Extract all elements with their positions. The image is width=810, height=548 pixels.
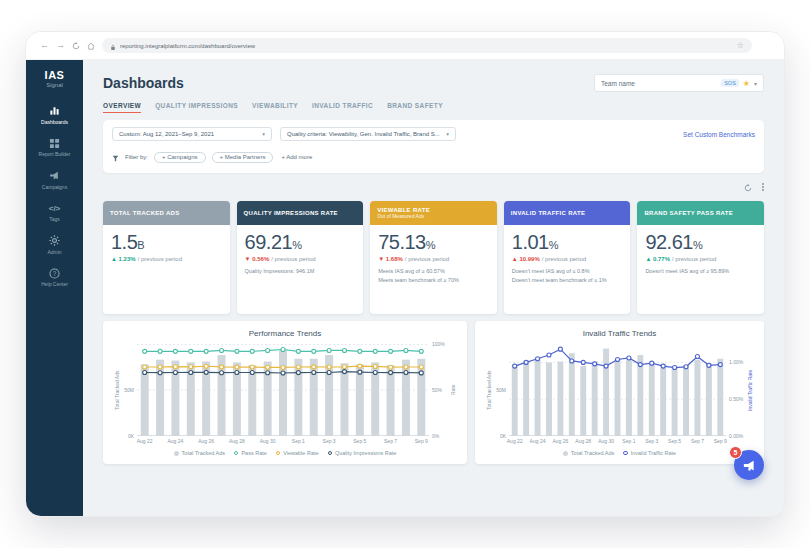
legend-label: Total Tracked Ads	[571, 450, 614, 456]
data-point	[158, 365, 162, 369]
tab-quality-impressions[interactable]: QUALITY IMPRESSIONS	[155, 102, 238, 113]
url-text: reporting.integralplatform.com/dashboard…	[120, 43, 733, 49]
data-point	[143, 365, 147, 369]
bar	[535, 359, 541, 436]
tab-brand-safety[interactable]: BRAND SAFETY	[387, 102, 443, 113]
tab-viewability[interactable]: VIEWABILITY	[252, 102, 298, 113]
left-axis-label: Total Tracked Ads	[485, 344, 493, 436]
bar	[546, 362, 552, 436]
data-point	[581, 360, 585, 364]
sidebar-item-tags[interactable]: </> Tags	[26, 203, 83, 223]
data-point	[158, 349, 162, 353]
forward-icon[interactable]: →	[56, 41, 65, 50]
data-point	[235, 365, 239, 369]
data-point	[513, 364, 517, 368]
home-icon[interactable]	[87, 42, 95, 50]
data-point	[404, 371, 408, 375]
chevron-down-icon: ▾	[754, 80, 757, 87]
chart-legend: Total Tracked AdsPass RateViewable RateQ…	[113, 450, 457, 456]
x-tick-label: Sep 9	[415, 438, 428, 444]
sidebar-item-campaigns[interactable]: Campaigns	[26, 170, 83, 190]
add-campaigns-filter-button[interactable]: + Campaigns	[154, 152, 206, 163]
tab-overview[interactable]: OVERVIEW	[103, 102, 141, 113]
sidebar-item-label: Dashboards	[41, 119, 68, 125]
team-select[interactable]: Team name SOS ★ ▾	[594, 74, 764, 92]
data-point	[143, 371, 147, 375]
refresh-icon[interactable]	[744, 178, 752, 196]
data-point	[281, 348, 285, 352]
legend-item[interactable]: Invalid Traffic Rate	[623, 450, 676, 456]
kpi-benchmark-note: Meets team benchmark of ≥ 70%	[378, 276, 489, 285]
kpi-value: 1.5B	[111, 232, 222, 252]
data-point	[220, 348, 224, 352]
browser-window: ← → reporting.integralplatform.com/dashb…	[25, 31, 785, 517]
gear-icon	[49, 235, 60, 246]
data-point	[547, 353, 551, 357]
quality-criteria-select[interactable]: Quality criteria: Viewability, Gen. Inva…	[280, 127, 456, 141]
tab-invalid-traffic[interactable]: INVALID TRAFFIC	[312, 102, 373, 113]
chat-button[interactable]: 5	[734, 450, 764, 480]
reload-icon[interactable]	[72, 42, 80, 50]
sidebar-item-admin[interactable]: Admin	[26, 235, 83, 255]
kpi-cards: TOTAL TRACKED ADS 1.5B ▲ 1.23%/ previous…	[103, 201, 764, 314]
data-point	[389, 349, 393, 353]
legend-label: Pass Rate	[241, 450, 266, 456]
y-tick-label: 0K	[128, 433, 134, 439]
data-point	[419, 371, 423, 375]
x-tick-label: Sep 7	[691, 438, 704, 444]
x-tick-label: Sep 1	[622, 438, 635, 444]
legend-item[interactable]: Pass Rate	[234, 450, 267, 456]
add-media-partners-filter-button[interactable]: + Media Partners	[212, 152, 274, 163]
address-bar[interactable]: reporting.integralplatform.com/dashboard…	[102, 38, 752, 53]
legend-marker	[623, 451, 627, 455]
add-more-filters-button[interactable]: + Add more	[281, 154, 312, 160]
legend-item[interactable]: Total Tracked Ads	[174, 450, 225, 456]
kpi-total-tracked-ads: TOTAL TRACKED ADS 1.5B ▲ 1.23%/ previous…	[103, 201, 230, 314]
chevron-down-icon: ▾	[446, 131, 449, 137]
bar	[512, 364, 518, 436]
bookmark-star-icon[interactable]: ☆	[737, 41, 744, 50]
date-range-select[interactable]: Custom: Aug 12, 2021–Sep 9, 2021 ▾	[112, 127, 272, 141]
sidebar-item-help-center[interactable]: ? Help Center	[26, 268, 83, 288]
legend-marker	[174, 451, 179, 456]
legend-item[interactable]: Viewable Rate	[276, 450, 319, 456]
team-badge: SOS	[721, 79, 739, 87]
set-custom-benchmarks-link[interactable]: Set Custom Benchmarks	[683, 131, 755, 138]
data-point	[173, 365, 177, 369]
sidebar-item-label: Report Builder	[39, 151, 71, 157]
sidebar-item-label: Admin	[47, 249, 61, 255]
legend-item[interactable]: Total Tracked Ads	[563, 450, 614, 456]
notification-badge: 5	[729, 446, 742, 459]
chart-legend: Total Tracked AdsInvalid Traffic Rate	[485, 450, 754, 456]
data-point	[404, 348, 408, 352]
code-icon: </>	[49, 203, 61, 214]
data-point	[389, 371, 393, 375]
bar	[637, 355, 643, 436]
legend-item[interactable]: Quality Impressions Rate	[328, 450, 397, 456]
data-point	[327, 371, 331, 375]
megaphone-icon	[49, 170, 60, 181]
data-point	[250, 349, 254, 353]
data-point	[189, 365, 193, 369]
more-options-icon[interactable]	[762, 183, 764, 191]
y-tick-label: 1.00%	[729, 359, 743, 365]
right-axis-label: Invalid Traffic Rate	[746, 344, 754, 436]
back-icon[interactable]: ←	[40, 41, 49, 50]
legend-label: Invalid Traffic Rate	[631, 450, 676, 456]
right-axis-ticks: 100%50%0%	[429, 344, 449, 436]
x-axis-labels: Aug 22Aug 24Aug 26Aug 28Aug 30Sep 1Sep 3…	[137, 438, 429, 446]
legend-marker	[563, 451, 568, 456]
bar	[580, 366, 586, 436]
data-point	[342, 365, 346, 369]
favorite-star-icon[interactable]: ★	[743, 79, 750, 88]
sidebar-item-dashboards[interactable]: Dashboards	[26, 105, 83, 125]
data-point	[419, 349, 423, 353]
data-point	[173, 371, 177, 375]
data-point	[358, 349, 362, 353]
sidebar-item-label: Help Center	[41, 281, 68, 287]
sidebar-item-report-builder[interactable]: Report Builder	[26, 138, 83, 158]
bar	[683, 365, 689, 436]
help-icon: ?	[49, 268, 60, 279]
bar	[694, 360, 700, 436]
x-tick-label: Sep 1	[292, 438, 305, 444]
